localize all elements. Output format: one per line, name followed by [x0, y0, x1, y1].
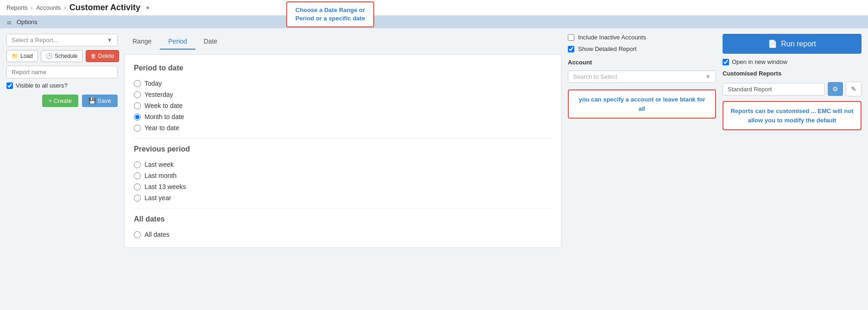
select-report-dropdown[interactable]: Select a Report... ▼	[6, 34, 118, 46]
detailed-report-label: Show Detailed Report	[578, 45, 636, 52]
run-report-label: Run report	[781, 40, 816, 48]
detailed-report-row: Show Detailed Report	[568, 45, 716, 52]
load-button[interactable]: 📁 Load	[6, 50, 38, 62]
radio-yesterday-label: Yesterday	[145, 91, 173, 98]
main-area: Select a Report... ▼ 📁 Load 🕐 Schedule 🗑…	[0, 28, 868, 306]
radio-today-input[interactable]	[134, 80, 141, 87]
left-panel: Select a Report... ▼ 📁 Load 🕐 Schedule 🗑…	[6, 34, 118, 301]
radio-year-to-date: Year to date	[134, 122, 552, 133]
inactive-accounts-label: Include Inactive Accounts	[578, 34, 646, 41]
radio-year-input[interactable]	[134, 125, 141, 132]
standard-report-input[interactable]	[723, 83, 825, 95]
visible-label: Visible to all users?	[16, 82, 68, 89]
right-options: Include Inactive Accounts Show Detailed …	[568, 34, 716, 301]
period-content: Period to date Today Yesterday Week to d…	[124, 54, 561, 248]
run-report-icon: 📄	[768, 39, 777, 48]
tab-period[interactable]: Period	[160, 34, 195, 50]
load-label: Load	[20, 53, 33, 59]
report-name-input[interactable]	[6, 66, 118, 78]
select-report-label: Select a Report...	[12, 37, 58, 44]
all-dates-title: All dates	[134, 215, 552, 223]
search-select-label: Search to Select	[573, 73, 617, 80]
inactive-accounts-checkbox[interactable]	[568, 34, 574, 41]
sep2: ›	[64, 4, 66, 11]
radio-week-input[interactable]	[134, 102, 141, 109]
period-to-date-title: Period to date	[134, 64, 552, 72]
radio-last-year: Last year	[134, 192, 552, 203]
visible-checkbox[interactable]	[6, 82, 13, 89]
visible-row: Visible to all users?	[6, 82, 118, 89]
save-button[interactable]: 💾 Save	[82, 95, 118, 107]
content-wrapper: Select a Report... ▼ 📁 Load 🕐 Schedule 🗑…	[6, 34, 862, 301]
tab-date[interactable]: Date	[195, 34, 226, 50]
account-tooltip: you can specify a account or leave blank…	[568, 89, 716, 119]
run-report-button[interactable]: 📄 Run report	[723, 34, 862, 54]
radio-year-label: Year to date	[145, 124, 179, 132]
radio-last-week-input[interactable]	[134, 161, 141, 168]
edit-icon: ✎	[851, 85, 856, 93]
custom-report-tooltip: Reports can be customised ... EMC will n…	[723, 101, 862, 130]
radio-last-year-input[interactable]	[134, 195, 141, 202]
radio-last-13-label: Last 13 weeks	[145, 183, 186, 190]
radio-last-month-input[interactable]	[134, 172, 141, 179]
tabs-row: Range Period Date	[124, 34, 561, 50]
delete-icon: 🗑	[91, 53, 96, 59]
search-select-chevron-icon: ▼	[705, 73, 711, 80]
schedule-label: Schedule	[55, 53, 78, 59]
radio-week-label: Week to date	[145, 102, 182, 109]
account-search-select[interactable]: Search to Select ▼	[568, 70, 716, 83]
radio-last-year-label: Last year	[145, 194, 171, 202]
customised-row: ⚙ ✎	[723, 82, 862, 96]
breadcrumb: Reports › Accounts › Customer Activity ✦	[0, 0, 868, 16]
schedule-icon: 🕐	[46, 53, 53, 59]
inactive-accounts-row: Include Inactive Accounts	[568, 34, 716, 41]
reports-link[interactable]: Reports	[6, 4, 28, 11]
previous-period-title: Previous period	[134, 145, 552, 153]
tab-range[interactable]: Range	[124, 34, 160, 50]
pin-icon: ✦	[145, 4, 151, 12]
radio-all-dates-input[interactable]	[134, 231, 141, 238]
date-tooltip: Choose a Date Range or Period or a speci…	[286, 1, 374, 27]
radio-month-input[interactable]	[134, 114, 141, 120]
open-window-checkbox[interactable]	[723, 59, 729, 65]
radio-last-week-label: Last week	[145, 161, 174, 168]
edit-button[interactable]: ✎	[846, 82, 862, 96]
detailed-report-checkbox[interactable]	[568, 46, 574, 52]
save-label: Save	[97, 97, 111, 104]
radio-all-dates: All dates	[134, 229, 552, 240]
radio-month-to-date: Month to date	[134, 111, 552, 122]
run-panel: 📄 Run report Open in new window Customis…	[723, 34, 862, 301]
radio-week-to-date: Week to date	[134, 100, 552, 111]
save-icon: 💾	[88, 97, 96, 104]
open-window-row: Open in new window	[723, 58, 862, 65]
radio-today: Today	[134, 78, 552, 89]
options-label: Options	[17, 19, 38, 25]
settings-button[interactable]: ⚙	[828, 82, 843, 96]
center-panel: Choose a Date Range or Period or a speci…	[124, 34, 561, 301]
schedule-button[interactable]: 🕐 Schedule	[41, 50, 83, 62]
radio-last-month: Last month	[134, 170, 552, 181]
sep1: ›	[31, 4, 33, 11]
create-button[interactable]: + Create	[42, 95, 78, 107]
radio-month-label: Month to date	[145, 113, 184, 120]
radio-last-13-weeks: Last 13 weeks	[134, 181, 552, 192]
load-icon: 📁	[12, 53, 19, 59]
create-save-row: + Create 💾 Save	[6, 95, 118, 107]
radio-last-month-label: Last month	[145, 172, 176, 179]
dropdown-chevron-icon: ▼	[107, 37, 113, 44]
radio-last-13-input[interactable]	[134, 183, 141, 190]
account-label: Account	[568, 59, 716, 66]
open-window-label: Open in new window	[732, 58, 787, 65]
settings-icon: ⚙	[832, 85, 838, 93]
radio-last-week: Last week	[134, 159, 552, 170]
radio-yesterday-input[interactable]	[134, 91, 141, 98]
action-buttons: 📁 Load 🕐 Schedule 🗑 Delete	[6, 50, 118, 62]
radio-all-dates-label: All dates	[145, 231, 170, 238]
radio-yesterday: Yesterday	[134, 89, 552, 100]
accounts-link[interactable]: Accounts	[36, 4, 61, 11]
radio-today-label: Today	[145, 80, 162, 87]
delete-button[interactable]: 🗑 Delete	[86, 50, 120, 62]
options-icon: ⚌	[6, 19, 12, 25]
options-bar: ⚌ Options	[0, 16, 868, 28]
delete-label: Delete	[98, 53, 114, 59]
